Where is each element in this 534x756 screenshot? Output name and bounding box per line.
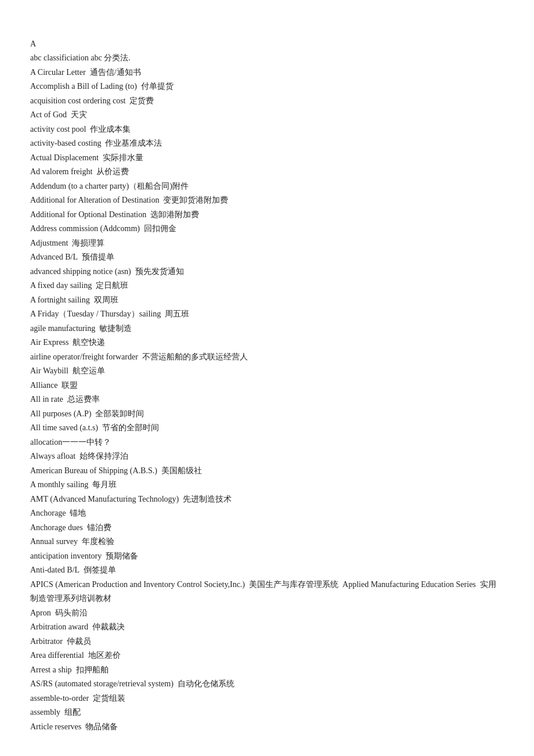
content-line: Air Waybill 航空运单 (30, 364, 504, 379)
content-line: abc classificiation abc 分类法. (30, 51, 504, 66)
content-line: All purposes (A.P) 全部装卸时间 (30, 407, 504, 422)
content-line: Actual Displacement 实际排水量 (30, 151, 504, 165)
content-line: assemble-to-order 定货组装 (30, 692, 504, 706)
content-line: AMT (Advanced Manufacturing Technology) … (30, 492, 504, 507)
content-line: Arbitration award 仲裁裁决 (30, 620, 504, 635)
content-line: American Bureau of Shipping (A.B.S.) 美国船… (30, 464, 504, 478)
content-line: Annual survey 年度检验 (30, 535, 504, 549)
content-line: Address commission (Addcomm) 回扣佣金 (30, 222, 504, 236)
content-line: A monthly sailing 每月班 (30, 478, 504, 492)
content-line: APICS (American Production and Inventory… (30, 578, 504, 606)
content-line: A fixed day sailing 定日航班 (30, 279, 504, 293)
content-line: airline operator/freight forwarder 不营运船舶… (30, 350, 504, 365)
content-line: Accomplish a Bill of Lading (to) 付单提货 (30, 80, 504, 94)
content-line: acquisition cost ordering cost 定货费 (30, 94, 504, 109)
content-line: A fortnight sailing 双周班 (30, 293, 504, 308)
content-line: Apron 码头前沿 (30, 606, 504, 621)
content-line: advanced shipping notice (asn) 预先发货通知 (30, 265, 504, 279)
content-line: anticipation inventory 预期储备 (30, 549, 504, 564)
content-line: AS/RS (automated storage/retrieval syste… (30, 677, 504, 692)
content-line: A Friday（Tuesday / Thursday）sailing 周五班 (30, 307, 504, 322)
content-line: allocation一一一中转？ (30, 435, 504, 450)
content-line: A Circular Letter 通告信/通知书 (30, 66, 504, 80)
content-line: All in rate 总运费率 (30, 393, 504, 407)
content-line: Article reserves 物品储备 (30, 720, 504, 735)
content-line: agile manufacturing 敏捷制造 (30, 322, 504, 336)
content-line: Adjustment 海损理算 (30, 236, 504, 251)
content-line: All time saved (a.t.s) 节省的全部时间 (30, 421, 504, 435)
main-content: Aabc classificiation abc 分类法.A Circular … (30, 23, 504, 734)
content-line: Anchorage dues 锚泊费 (30, 521, 504, 535)
content-line: Advanced B/L 预借提单 (30, 250, 504, 265)
content-line: Additional for Optional Destination 选卸港附… (30, 208, 504, 222)
content-line: Addendum (to a charter party)（租船合同)附件 (30, 179, 504, 194)
content-line: Additional for Alteration of Destination… (30, 193, 504, 208)
content-line: assembly 组配 (30, 705, 504, 720)
content-line: Air Express 航空快递 (30, 336, 504, 350)
content-line: Area differential 地区差价 (30, 649, 504, 663)
content-line: Act of God 天灾 (30, 108, 504, 123)
content-line: Ad valorem freight 从价运费 (30, 165, 504, 179)
content-line: activity cost pool 作业成本集 (30, 123, 504, 137)
content-line: Anchorage 锚地 (30, 506, 504, 521)
content-line: Arrest a ship 扣押船舶 (30, 663, 504, 678)
content-line: A (30, 37, 504, 52)
content-line: Alliance 联盟 (30, 379, 504, 393)
content-line: Arbitrator 仲裁员 (30, 635, 504, 649)
content-line: Anti-dated B/L 倒签提单 (30, 563, 504, 578)
content-line: Always afloat 始终保持浮泊 (30, 449, 504, 464)
content-line: activity-based costing 作业基准成本法 (30, 136, 504, 151)
